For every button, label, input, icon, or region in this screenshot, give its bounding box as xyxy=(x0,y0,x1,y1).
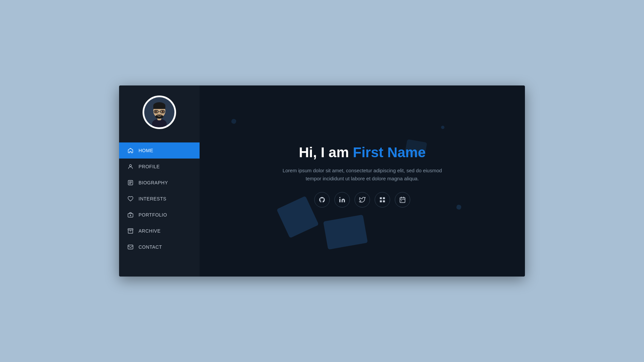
sidebar: HOME PROFILE BIOGRAPHY xyxy=(119,85,200,277)
svg-rect-5 xyxy=(153,106,165,109)
nav-list: HOME PROFILE BIOGRAPHY xyxy=(119,142,200,255)
linkedin-button[interactable] xyxy=(334,192,350,207)
nav-label-contact: CONTACT xyxy=(139,244,162,250)
nav-label-archive: ARCHIVE xyxy=(139,228,161,234)
nav-item-contact[interactable]: CONTACT xyxy=(119,239,200,255)
main-content: Hi, I am First Name Lorem ipsum dolor si… xyxy=(200,85,525,277)
nav-link-home[interactable]: HOME xyxy=(119,142,200,159)
svg-rect-22 xyxy=(128,229,133,230)
nav-item-biography[interactable]: BIOGRAPHY xyxy=(119,175,200,191)
svg-point-11 xyxy=(155,111,157,113)
nav-link-biography[interactable]: BIOGRAPHY xyxy=(119,175,200,191)
svg-rect-26 xyxy=(380,197,382,199)
github-icon xyxy=(319,196,325,203)
nav-link-profile[interactable]: PROFILE xyxy=(119,159,200,175)
svg-rect-29 xyxy=(383,200,385,202)
avatar xyxy=(143,96,176,129)
svg-rect-30 xyxy=(400,197,405,202)
interests-icon xyxy=(127,195,134,202)
contact-icon xyxy=(127,244,134,250)
svg-rect-28 xyxy=(380,200,382,202)
hero-title: Hi, I am First Name xyxy=(275,144,449,161)
calendar-button[interactable] xyxy=(395,192,410,207)
nav-item-profile[interactable]: PROFILE xyxy=(119,159,200,175)
social-links xyxy=(275,192,449,207)
nav-link-archive[interactable]: ARCHIVE xyxy=(119,223,200,239)
linkedin-icon xyxy=(339,196,345,203)
nav-label-profile: PROFILE xyxy=(139,164,160,169)
deco-square-5 xyxy=(456,204,462,210)
home-icon xyxy=(127,147,134,154)
nav-item-archive[interactable]: ARCHIVE xyxy=(119,223,200,239)
twitter-icon xyxy=(359,196,366,203)
twitter-button[interactable] xyxy=(355,192,370,207)
nav-link-portfolio[interactable]: PORTFOLIO xyxy=(119,207,200,223)
nav-label-biography: BIOGRAPHY xyxy=(139,180,168,185)
deco-square-4 xyxy=(440,125,445,130)
hero-greeting: Hi, I am xyxy=(299,144,353,160)
nav-label-home: HOME xyxy=(139,148,153,153)
svg-point-12 xyxy=(162,111,164,113)
deco-square-1 xyxy=(231,118,237,124)
github-button[interactable] xyxy=(314,192,330,207)
medium-icon xyxy=(379,196,386,203)
svg-rect-24 xyxy=(128,245,133,249)
hero-content: Hi, I am First Name Lorem ipsum dolor si… xyxy=(275,144,449,207)
nav-item-interests[interactable]: INTERESTS xyxy=(119,191,200,207)
hero-description: Lorem ipsum dolor sit amet, consectetur … xyxy=(275,167,449,183)
svg-point-14 xyxy=(129,165,131,167)
nav-item-home[interactable]: HOME xyxy=(119,142,200,159)
deco-square-3 xyxy=(323,215,368,250)
nav-item-portfolio[interactable]: PORTFOLIO xyxy=(119,207,200,223)
nav-link-interests[interactable]: INTERESTS xyxy=(119,191,200,207)
app-window: HOME PROFILE BIOGRAPHY xyxy=(119,85,525,277)
nav-label-interests: INTERESTS xyxy=(139,196,166,201)
nav-label-portfolio: PORTFOLIO xyxy=(139,212,167,218)
profile-icon xyxy=(127,163,134,170)
svg-rect-27 xyxy=(383,197,385,199)
svg-point-25 xyxy=(339,197,340,198)
hero-name: First Name xyxy=(353,144,426,160)
biography-icon xyxy=(127,179,134,186)
avatar-image xyxy=(145,98,174,127)
medium-button[interactable] xyxy=(375,192,390,207)
archive-icon xyxy=(127,228,134,234)
portfolio-icon xyxy=(127,212,134,218)
nav-link-contact[interactable]: CONTACT xyxy=(119,239,200,255)
calendar-icon xyxy=(399,196,406,203)
svg-rect-34 xyxy=(401,200,402,201)
